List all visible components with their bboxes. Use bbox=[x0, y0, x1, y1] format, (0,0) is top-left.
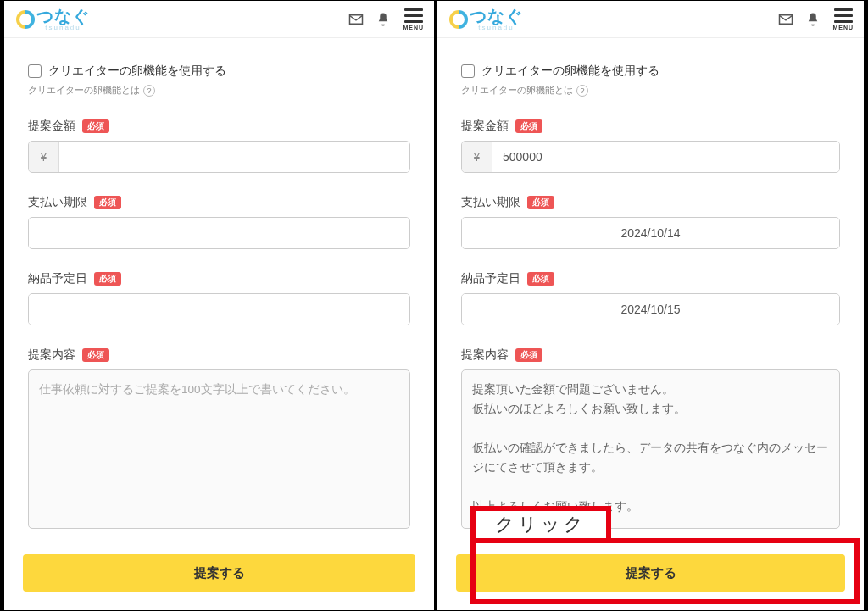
required-badge: 必須 bbox=[527, 272, 554, 286]
app-header: つなぐ tsunadu MENU bbox=[437, 1, 864, 38]
yen-prefix: ¥ bbox=[29, 142, 59, 172]
bell-icon[interactable] bbox=[805, 12, 821, 27]
content-textarea[interactable] bbox=[461, 369, 840, 529]
content-textarea[interactable] bbox=[28, 369, 410, 529]
menu-button[interactable]: MENU bbox=[832, 8, 854, 31]
logo-text: つなぐ bbox=[36, 8, 90, 25]
creator-egg-label: クリエイターの卵機能を使用する bbox=[48, 64, 226, 79]
deadline-label: 支払い期限 bbox=[461, 195, 520, 210]
creator-egg-helper: クリエイターの卵機能とは bbox=[28, 84, 140, 97]
deadline-input[interactable] bbox=[29, 218, 409, 248]
content-label: 提案内容 bbox=[28, 347, 75, 363]
logo-subtext: tsunadu bbox=[470, 25, 523, 31]
mail-icon[interactable] bbox=[348, 12, 364, 27]
creator-egg-checkbox[interactable] bbox=[461, 64, 475, 78]
content-label: 提案内容 bbox=[461, 347, 509, 363]
logo-icon bbox=[449, 10, 468, 29]
logo-icon bbox=[16, 10, 35, 29]
creator-egg-helper: クリエイターの卵機能とは bbox=[461, 84, 573, 97]
creator-egg-label: クリエイターの卵機能を使用する bbox=[481, 64, 659, 79]
required-badge: 必須 bbox=[94, 272, 121, 286]
menu-button[interactable]: MENU bbox=[403, 8, 424, 31]
panel-after: つなぐ tsunadu MENU クリエイターの卵機能を使用する クリエイターの… bbox=[437, 0, 865, 611]
deadline-input[interactable] bbox=[462, 218, 839, 248]
amount-input[interactable] bbox=[59, 142, 409, 172]
deadline-label: 支払い期限 bbox=[28, 195, 87, 210]
amount-label: 提案金額 bbox=[28, 119, 75, 134]
menu-label: MENU bbox=[832, 25, 854, 31]
help-icon[interactable]: ? bbox=[576, 85, 588, 97]
panel-before: つなぐ tsunadu MENU クリエイターの卵機能を使用する クリエイターの… bbox=[3, 0, 435, 611]
bell-icon[interactable] bbox=[376, 12, 391, 27]
delivery-label: 納品予定日 bbox=[28, 271, 87, 286]
required-badge: 必須 bbox=[94, 196, 121, 209]
amount-label: 提案金額 bbox=[461, 119, 509, 134]
required-badge: 必須 bbox=[527, 196, 554, 209]
required-badge: 必須 bbox=[515, 348, 542, 362]
submit-button[interactable]: 提案する bbox=[23, 554, 415, 592]
app-header: つなぐ tsunadu MENU bbox=[4, 1, 434, 38]
delivery-input[interactable] bbox=[462, 294, 839, 325]
logo[interactable]: つなぐ tsunadu bbox=[449, 8, 523, 31]
required-badge: 必須 bbox=[82, 348, 109, 362]
amount-input[interactable] bbox=[492, 142, 839, 172]
creator-egg-checkbox[interactable] bbox=[28, 64, 42, 78]
yen-prefix: ¥ bbox=[462, 142, 492, 172]
logo-subtext: tsunadu bbox=[36, 25, 90, 31]
required-badge: 必須 bbox=[82, 119, 109, 133]
required-badge: 必須 bbox=[515, 119, 542, 133]
delivery-label: 納品予定日 bbox=[461, 271, 520, 286]
submit-button[interactable]: 提案する bbox=[456, 554, 845, 592]
logo-text: つなぐ bbox=[470, 8, 523, 25]
help-icon[interactable]: ? bbox=[143, 85, 155, 97]
menu-label: MENU bbox=[403, 25, 424, 31]
mail-icon[interactable] bbox=[778, 12, 793, 27]
logo[interactable]: つなぐ tsunadu bbox=[16, 8, 90, 31]
delivery-input[interactable] bbox=[29, 294, 409, 325]
